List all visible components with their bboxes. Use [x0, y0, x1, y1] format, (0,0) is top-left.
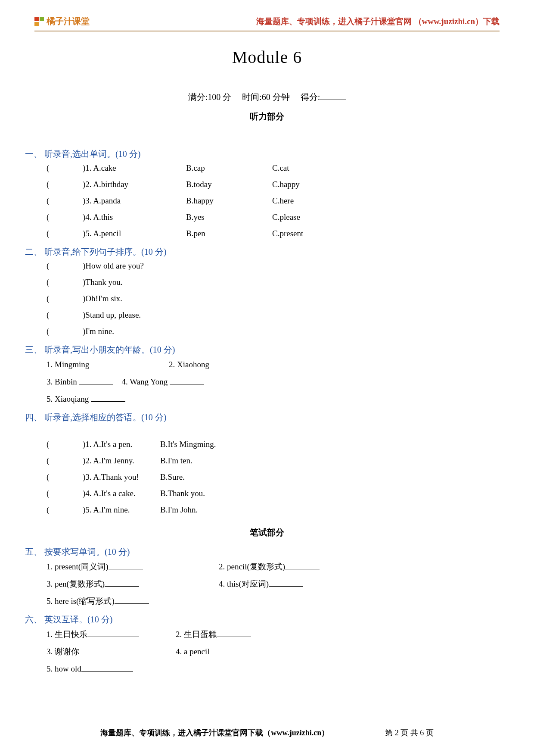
logo: 橘子汁课堂: [34, 16, 90, 27]
paren[interactable]: (: [47, 323, 83, 340]
paren[interactable]: (: [47, 469, 83, 485]
section3-content: 1. Mingming 2. Xiaohong 3. Binbin 4. Wan…: [47, 356, 500, 407]
page-footer: 海量题库、专项训练，进入橘子汁课堂官网下载（www.juzizhi.cn） 第 …: [0, 728, 534, 738]
full-value: 100 分: [208, 92, 231, 102]
section6-heading: 六、 英汉互译。(10 分): [25, 614, 500, 625]
q1-b: B.cap: [186, 160, 272, 176]
time-value: 60 分钟: [262, 92, 290, 102]
s4-5a: )5. A.I'm nine.: [83, 502, 160, 518]
section4-heading: 四、 听录音,选择相应的答语。(10 分): [25, 412, 500, 423]
blank[interactable]: [211, 360, 255, 367]
blank[interactable]: [87, 630, 139, 637]
s6-3: 3. 谢谢你: [47, 647, 79, 656]
module-title: Module 6: [34, 47, 500, 67]
s2-item3: )Oh!I'm six.: [83, 291, 122, 307]
q2-b: B.today: [186, 176, 272, 193]
s2-item4: )Stand up, please.: [83, 307, 141, 323]
header-right-text: 海量题库、专项训练，进入橘子汁课堂官网 （www.juzizhi.cn）下载: [256, 16, 500, 27]
section1-heading: 一、 听录音,选出单词。(10 分): [25, 148, 500, 160]
s4-2a: )2. A.I'm Jenny.: [83, 453, 160, 469]
listening-label: 听力部分: [34, 111, 500, 122]
blank[interactable]: [79, 377, 113, 384]
s5-4: 4. this(对应词): [219, 579, 269, 588]
paren[interactable]: (: [47, 274, 83, 291]
q5-a: )5. A.pencil: [83, 225, 186, 242]
s4-2b: B.I'm ten.: [160, 453, 192, 469]
q1-c: C.cat: [272, 160, 289, 176]
q3-c: C.here: [272, 193, 294, 209]
q3-a: )3. A.panda: [83, 193, 186, 209]
time-label: 时间:: [242, 92, 262, 102]
written-label: 笔试部分: [34, 527, 500, 538]
s3-1: 1. Mingming: [47, 360, 89, 369]
s6-1: 1. 生日快乐: [47, 630, 87, 639]
s2-item1: )How old are you?: [83, 258, 144, 274]
paren[interactable]: (: [47, 307, 83, 323]
section2-heading: 二、 听录音,给下列句子排序。(10 分): [25, 246, 500, 258]
s4-3a: )3. A.Thank you!: [83, 469, 160, 485]
q5-b: B.pen: [186, 225, 272, 242]
q1-a: )1. A.cake: [83, 160, 186, 176]
section3-heading: 三、 听录音,写出小朋友的年龄。(10 分): [25, 344, 500, 356]
paren[interactable]: (: [47, 502, 83, 518]
blank[interactable]: [81, 664, 133, 672]
blank[interactable]: [115, 597, 149, 604]
logo-icon: [34, 17, 44, 26]
s6-4: 4. a pencil: [176, 647, 210, 656]
s2-item2: )Thank you.: [83, 274, 123, 291]
q5-c: C.present: [272, 225, 303, 242]
s5-5: 5. here is(缩写形式): [47, 597, 115, 606]
blank[interactable]: [170, 377, 204, 384]
q4-c: C.please: [272, 209, 300, 225]
section6-content: 1. 生日快乐 2. 生日蛋糕 3. 谢谢你 4. a pencil 5. ho…: [47, 626, 500, 677]
paren[interactable]: (: [47, 485, 83, 502]
logo-text: 橘子汁课堂: [47, 16, 90, 27]
q2-a: )2. A.birthday: [83, 176, 186, 193]
s4-5b: B.I'm John.: [160, 502, 198, 518]
s6-5: 5. how old: [47, 664, 81, 673]
full-label: 满分:: [188, 92, 208, 102]
exam-info: 满分:100 分 时间:60 分钟 得分:: [34, 91, 500, 103]
s3-2: 2. Xiaohong: [169, 360, 209, 369]
paren[interactable]: (: [47, 160, 83, 176]
s4-4a: )4. A.It's a cake.: [83, 485, 160, 502]
q2-c: C.happy: [272, 176, 300, 193]
q4-a: )4. A.this: [83, 209, 186, 225]
blank[interactable]: [285, 562, 320, 569]
paren[interactable]: (: [47, 225, 83, 242]
s5-3: 3. pen(复数形式): [47, 579, 105, 588]
s5-2: 2. pencil(复数形式): [219, 562, 285, 571]
blank[interactable]: [210, 647, 244, 654]
score-blank[interactable]: [320, 91, 346, 100]
blank[interactable]: [91, 394, 125, 402]
s3-5: 5. Xiaoqiang: [47, 394, 89, 403]
section5-content: 1. present(同义词) 2. pencil(复数形式) 3. pen(复…: [47, 559, 500, 609]
blank[interactable]: [79, 647, 131, 654]
paren[interactable]: (: [47, 453, 83, 469]
s2-item5: )I'm nine.: [83, 323, 114, 340]
blank[interactable]: [109, 562, 143, 569]
s4-1b: B.It's Mingming.: [160, 436, 216, 453]
paren[interactable]: (: [47, 176, 83, 193]
section5-heading: 五、 按要求写单词。(10 分): [25, 546, 500, 558]
section1-content: ()1. A.cakeB.capC.cat ()2. A.birthdayB.t…: [47, 160, 500, 242]
s4-1a: )1. A.It's a pen.: [83, 436, 160, 453]
q4-b: B.yes: [186, 209, 272, 225]
s3-3: 3. Binbin: [47, 377, 77, 386]
score-label: 得分:: [301, 92, 320, 102]
page-number: 第 2 页 共 6 页: [385, 728, 434, 738]
section4-content: ()1. A.It's a pen.B.It's Mingming. ()2. …: [47, 436, 500, 518]
paren[interactable]: (: [47, 291, 83, 307]
blank[interactable]: [91, 360, 134, 367]
blank[interactable]: [269, 579, 303, 587]
s6-2: 2. 生日蛋糕: [176, 630, 217, 639]
blank[interactable]: [105, 579, 139, 587]
paren[interactable]: (: [47, 258, 83, 274]
blank[interactable]: [217, 630, 251, 637]
section2-content: ()How old are you? ()Thank you. ()Oh!I'm…: [47, 258, 500, 340]
s5-1: 1. present(同义词): [47, 562, 109, 571]
paren[interactable]: (: [47, 436, 83, 453]
s4-4b: B.Thank you.: [160, 485, 205, 502]
paren[interactable]: (: [47, 209, 83, 225]
paren[interactable]: (: [47, 193, 83, 209]
